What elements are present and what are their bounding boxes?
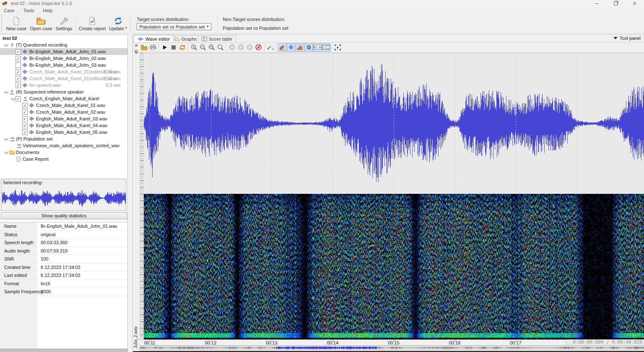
settings-wrench-icon (60, 16, 69, 26)
checkbox[interactable] (16, 63, 21, 68)
toolbar-separator (332, 44, 332, 51)
undo-disabled-icon[interactable] (228, 43, 236, 52)
zoom-in-icon[interactable] (190, 43, 198, 52)
spectrogram-display[interactable] (144, 194, 644, 339)
stop-icon[interactable] (169, 43, 178, 52)
open-file-icon[interactable] (140, 43, 148, 52)
wave-icon (22, 69, 29, 74)
checkbox[interactable]: ✓ (16, 69, 21, 75)
tree-item[interactable]: Vietnamese_male_adult_speakers_sorted_wa… (0, 142, 127, 149)
new-case-button[interactable]: New case (5, 14, 28, 33)
close-button[interactable]: ✕ (625, 0, 644, 7)
tree-item[interactable]: ✓Czech_Male_Adult_Karel_01(edited2).wav2… (0, 75, 127, 82)
checkbox[interactable]: ✓ (16, 49, 21, 55)
expander-chevron-icon[interactable] (3, 89, 9, 95)
redo-disabled-icon[interactable] (246, 43, 254, 52)
selected-recording-group: Selected recording: (1, 179, 126, 211)
expander-chevron-icon[interactable] (3, 149, 9, 156)
property-value: 00:03:33.360 (41, 239, 68, 246)
update-button[interactable]: Update * (107, 14, 129, 33)
print-icon[interactable] (149, 43, 157, 52)
play-icon[interactable] (161, 43, 169, 52)
marker-tool-icon[interactable] (278, 43, 286, 52)
wave-icon (22, 56, 29, 61)
zoom-all-icon[interactable] (216, 43, 225, 52)
tree-item[interactable]: Br-English_Male_Adult_John_03.wav (0, 62, 127, 68)
selected-recording-label: Selected recording: (1, 179, 126, 185)
restore-button[interactable] (606, 0, 625, 7)
time-axis-label: 00:17 (510, 340, 522, 345)
create-report-button[interactable]: Create report (77, 14, 108, 33)
timecode-view-icon[interactable]: 01:36 (313, 43, 322, 52)
expander-chevron-icon[interactable] (9, 95, 16, 102)
tree-item[interactable]: ✓English_Male_Adult_Karel_03.wav (0, 115, 127, 122)
tool-panel-toggle[interactable]: Tool panel (613, 36, 641, 41)
show-quality-statistics-button[interactable]: Show quality statistics (1, 212, 127, 219)
tree-item[interactable]: ✓English_Male_Adult_Karel_05.wav (0, 129, 127, 136)
toolbar-separator (75, 15, 76, 32)
waveform-view-icon[interactable] (287, 43, 295, 52)
cancel-disabled-icon[interactable] (237, 43, 245, 52)
checkbox[interactable]: ✓ (22, 103, 28, 108)
checkbox[interactable]: ✓ (22, 123, 28, 128)
menu-tools[interactable]: Tools (20, 7, 38, 14)
checkbox[interactable]: ✓ (22, 116, 28, 122)
tree-item[interactable]: ✓Czech_English_Male_Adult_Karel (0, 95, 127, 102)
spectrum-view-icon[interactable] (304, 43, 313, 52)
target-distribution-select[interactable]: Population set vs Population set ▼ (137, 23, 211, 30)
spectrogram-canvas[interactable] (144, 194, 644, 339)
tree-item[interactable]: Case Report (0, 156, 127, 162)
tree-item[interactable]: Documents (0, 149, 127, 156)
fit-screen-icon[interactable] (334, 43, 342, 52)
tree-item[interactable]: ✓English_Male_Adult_Karel_04.wav (0, 122, 127, 129)
tab-wave-editor[interactable]: Wave editor (134, 35, 174, 42)
property-label: SNR (4, 255, 14, 263)
svg-text:?: ? (10, 43, 13, 48)
overview-scrollbar[interactable] (140, 345, 644, 351)
tree-item[interactable]: ✓Czech_Male_Adult_Karel_01.wav (0, 102, 127, 109)
checkbox[interactable]: ✓ (16, 76, 21, 81)
minimize-button[interactable] (587, 0, 606, 7)
checkbox[interactable]: ✓ (16, 56, 21, 61)
loop-playback-icon[interactable] (178, 43, 187, 52)
enhance-wand-icon[interactable] (266, 43, 275, 52)
toolbar-separator (226, 44, 226, 51)
zoom-out-icon[interactable] (199, 43, 207, 52)
tree-item[interactable]: ✓No speech.wav0.3 sec (0, 82, 127, 89)
tab-graphs[interactable]: Graphs (171, 35, 200, 42)
open-case-label: Open case (30, 26, 52, 31)
left-panel-scrollbar[interactable] (0, 349, 127, 352)
menu-help[interactable]: Help (39, 7, 57, 14)
tree-item[interactable]: ✓Br-English_Male_Adult_John_02.wav (0, 55, 127, 62)
waveform-display[interactable] (144, 53, 644, 194)
checkbox[interactable]: ✓ (22, 110, 28, 115)
expander-chevron-icon[interactable] (3, 42, 9, 48)
checkbox[interactable]: ✓ (16, 96, 21, 102)
tree-item[interactable]: ✓Czech_Male_Adult_Karel_01(edite1d).wav3… (0, 68, 127, 75)
overview-waveform-canvas[interactable] (140, 346, 644, 350)
tree-item[interactable]: ?(T) Questioned recording (0, 42, 127, 48)
tree-item[interactable]: (R) Suspected reference speaker (0, 89, 127, 95)
histogram-view-icon[interactable] (296, 43, 304, 52)
tree-item[interactable]: ✓Czech_Male_Adult_Karel_02.wav (0, 109, 127, 115)
close-wave-icon[interactable]: ✕ (134, 43, 139, 48)
menu-case[interactable]: Case (0, 7, 18, 14)
tree-item[interactable]: ✓Br-English_Male_Adult_John_01.wav (0, 48, 127, 55)
record-disabled-icon[interactable] (254, 43, 263, 52)
settings-button[interactable]: Settings (54, 14, 74, 33)
selected-recording-waveform (2, 186, 126, 210)
label-display-icon[interactable] (322, 43, 330, 52)
checkbox[interactable]: ✓ (16, 83, 21, 88)
property-value: 100 (41, 255, 48, 263)
time-gridline (333, 53, 333, 194)
zoom-selection-icon[interactable] (208, 43, 216, 52)
tab-score-table[interactable]: % Score table (198, 35, 236, 42)
toolbar-drag-handle[interactable] (1, 15, 5, 32)
open-case-button[interactable]: Open case (28, 14, 54, 33)
pin-icon[interactable] (134, 50, 139, 55)
tree-root-label[interactable]: test 02 (0, 35, 127, 42)
expander-chevron-icon[interactable] (3, 136, 9, 142)
checkbox[interactable]: ✓ (22, 130, 28, 135)
property-label: Name (4, 222, 16, 230)
tree-item[interactable]: (P) Population set (0, 136, 127, 142)
